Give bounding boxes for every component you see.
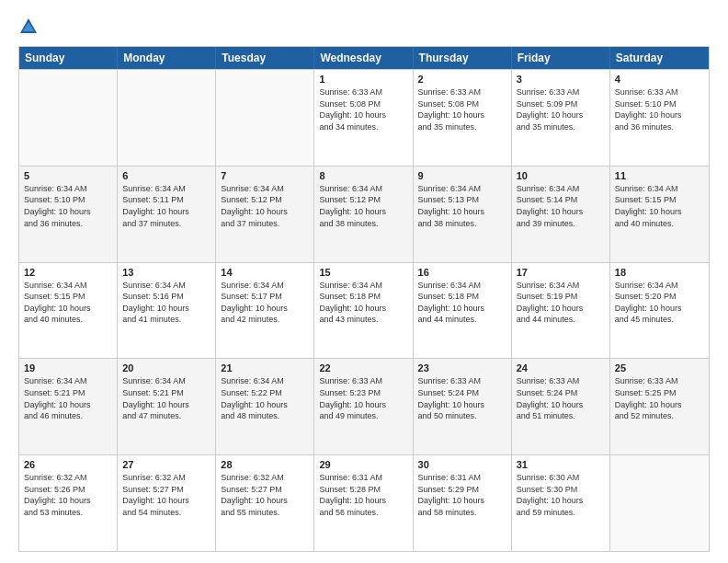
calendar-row: 26Sunrise: 6:32 AM Sunset: 5:26 PM Dayli… — [19, 454, 709, 551]
calendar-cell: 8Sunrise: 6:34 AM Sunset: 5:12 PM Daylig… — [314, 167, 413, 262]
day-number: 22 — [319, 362, 407, 373]
day-number: 4 — [615, 74, 704, 85]
cell-info: Sunrise: 6:33 AM Sunset: 5:23 PM Dayligh… — [319, 375, 407, 421]
cell-info: Sunrise: 6:34 AM Sunset: 5:21 PM Dayligh… — [24, 375, 112, 421]
calendar-row: 19Sunrise: 6:34 AM Sunset: 5:21 PM Dayli… — [19, 358, 709, 454]
weekday-header: Sunday — [19, 47, 118, 69]
day-number: 20 — [122, 362, 210, 373]
cell-info: Sunrise: 6:34 AM Sunset: 5:21 PM Dayligh… — [122, 375, 210, 421]
calendar-cell: 2Sunrise: 6:33 AM Sunset: 5:08 PM Daylig… — [414, 70, 512, 166]
cell-info: Sunrise: 6:33 AM Sunset: 5:08 PM Dayligh… — [418, 86, 506, 132]
calendar-cell: 6Sunrise: 6:34 AM Sunset: 5:11 PM Daylig… — [118, 167, 216, 262]
calendar-body: 1Sunrise: 6:33 AM Sunset: 5:08 PM Daylig… — [19, 69, 709, 551]
cell-info: Sunrise: 6:34 AM Sunset: 5:11 PM Dayligh… — [122, 183, 210, 229]
day-number: 10 — [517, 170, 605, 181]
weekday-header: Wednesday — [314, 47, 413, 69]
day-number: 3 — [517, 74, 605, 85]
calendar-cell: 21Sunrise: 6:34 AM Sunset: 5:22 PM Dayli… — [216, 359, 314, 454]
cell-info: Sunrise: 6:34 AM Sunset: 5:20 PM Dayligh… — [615, 280, 704, 326]
calendar-cell: 20Sunrise: 6:34 AM Sunset: 5:21 PM Dayli… — [118, 359, 216, 454]
cell-info: Sunrise: 6:33 AM Sunset: 5:24 PM Dayligh… — [418, 375, 506, 421]
calendar-cell — [610, 455, 709, 551]
day-number: 2 — [418, 74, 506, 85]
calendar-cell: 31Sunrise: 6:30 AM Sunset: 5:30 PM Dayli… — [512, 455, 610, 551]
day-number: 5 — [24, 170, 112, 181]
calendar-cell: 28Sunrise: 6:32 AM Sunset: 5:27 PM Dayli… — [216, 455, 314, 551]
day-number: 17 — [517, 267, 605, 278]
calendar-cell: 12Sunrise: 6:34 AM Sunset: 5:15 PM Dayli… — [19, 263, 118, 359]
day-number: 21 — [221, 362, 309, 373]
day-number: 23 — [418, 362, 506, 373]
day-number: 9 — [418, 170, 506, 181]
logo-icon — [18, 17, 39, 37]
weekday-header: Monday — [118, 47, 216, 69]
cell-info: Sunrise: 6:33 AM Sunset: 5:25 PM Dayligh… — [615, 375, 704, 421]
calendar-cell: 29Sunrise: 6:31 AM Sunset: 5:28 PM Dayli… — [314, 455, 413, 551]
weekday-header: Friday — [512, 47, 610, 69]
page: SundayMondayTuesdayWednesdayThursdayFrid… — [0, 0, 728, 563]
day-number: 27 — [122, 459, 210, 470]
calendar-cell: 4Sunrise: 6:33 AM Sunset: 5:10 PM Daylig… — [610, 70, 709, 166]
cell-info: Sunrise: 6:32 AM Sunset: 5:27 PM Dayligh… — [221, 472, 309, 518]
cell-info: Sunrise: 6:34 AM Sunset: 5:13 PM Dayligh… — [418, 183, 506, 229]
calendar-cell: 30Sunrise: 6:31 AM Sunset: 5:29 PM Dayli… — [414, 455, 512, 551]
cell-info: Sunrise: 6:34 AM Sunset: 5:15 PM Dayligh… — [615, 183, 704, 229]
day-number: 16 — [418, 267, 506, 278]
calendar-cell: 19Sunrise: 6:34 AM Sunset: 5:21 PM Dayli… — [19, 359, 118, 454]
cell-info: Sunrise: 6:33 AM Sunset: 5:10 PM Dayligh… — [615, 86, 704, 132]
day-number: 12 — [24, 267, 112, 278]
cell-info: Sunrise: 6:34 AM Sunset: 5:22 PM Dayligh… — [221, 375, 309, 421]
day-number: 1 — [319, 74, 407, 85]
calendar-cell: 24Sunrise: 6:33 AM Sunset: 5:24 PM Dayli… — [512, 359, 610, 454]
cell-info: Sunrise: 6:34 AM Sunset: 5:14 PM Dayligh… — [517, 183, 605, 229]
calendar-cell: 22Sunrise: 6:33 AM Sunset: 5:23 PM Dayli… — [314, 359, 413, 454]
calendar-cell: 10Sunrise: 6:34 AM Sunset: 5:14 PM Dayli… — [512, 167, 610, 262]
logo — [18, 17, 42, 37]
cell-info: Sunrise: 6:34 AM Sunset: 5:18 PM Dayligh… — [319, 280, 407, 326]
day-number: 8 — [319, 170, 407, 181]
header — [18, 17, 710, 37]
calendar-cell: 16Sunrise: 6:34 AM Sunset: 5:18 PM Dayli… — [414, 263, 512, 359]
calendar-cell: 1Sunrise: 6:33 AM Sunset: 5:08 PM Daylig… — [314, 70, 413, 166]
cell-info: Sunrise: 6:34 AM Sunset: 5:12 PM Dayligh… — [221, 183, 309, 229]
day-number: 29 — [319, 459, 407, 470]
cell-info: Sunrise: 6:34 AM Sunset: 5:18 PM Dayligh… — [418, 280, 506, 326]
cell-info: Sunrise: 6:34 AM Sunset: 5:19 PM Dayligh… — [517, 280, 605, 326]
cell-info: Sunrise: 6:32 AM Sunset: 5:27 PM Dayligh… — [122, 472, 210, 518]
calendar-cell: 25Sunrise: 6:33 AM Sunset: 5:25 PM Dayli… — [610, 359, 709, 454]
cell-info: Sunrise: 6:34 AM Sunset: 5:17 PM Dayligh… — [221, 280, 309, 326]
day-number: 6 — [122, 170, 210, 181]
calendar: SundayMondayTuesdayWednesdayThursdayFrid… — [18, 46, 710, 552]
calendar-cell: 23Sunrise: 6:33 AM Sunset: 5:24 PM Dayli… — [414, 359, 512, 454]
cell-info: Sunrise: 6:30 AM Sunset: 5:30 PM Dayligh… — [517, 472, 605, 518]
weekday-header: Saturday — [610, 47, 709, 69]
day-number: 14 — [221, 267, 309, 278]
cell-info: Sunrise: 6:34 AM Sunset: 5:12 PM Dayligh… — [319, 183, 407, 229]
calendar-cell: 13Sunrise: 6:34 AM Sunset: 5:16 PM Dayli… — [118, 263, 216, 359]
day-number: 13 — [122, 267, 210, 278]
calendar-cell: 26Sunrise: 6:32 AM Sunset: 5:26 PM Dayli… — [19, 455, 118, 551]
calendar-cell — [216, 70, 314, 166]
day-number: 25 — [615, 362, 704, 373]
day-number: 15 — [319, 267, 407, 278]
calendar-cell: 14Sunrise: 6:34 AM Sunset: 5:17 PM Dayli… — [216, 263, 314, 359]
calendar-cell — [19, 70, 118, 166]
calendar-cell: 9Sunrise: 6:34 AM Sunset: 5:13 PM Daylig… — [414, 167, 512, 262]
calendar-header: SundayMondayTuesdayWednesdayThursdayFrid… — [19, 47, 709, 69]
calendar-row: 12Sunrise: 6:34 AM Sunset: 5:15 PM Dayli… — [19, 262, 709, 359]
cell-info: Sunrise: 6:31 AM Sunset: 5:29 PM Dayligh… — [418, 472, 506, 518]
day-number: 28 — [221, 459, 309, 470]
calendar-row: 1Sunrise: 6:33 AM Sunset: 5:08 PM Daylig… — [19, 69, 709, 166]
day-number: 24 — [517, 362, 605, 373]
calendar-row: 5Sunrise: 6:34 AM Sunset: 5:10 PM Daylig… — [19, 166, 709, 262]
calendar-cell: 3Sunrise: 6:33 AM Sunset: 5:09 PM Daylig… — [512, 70, 610, 166]
calendar-cell: 27Sunrise: 6:32 AM Sunset: 5:27 PM Dayli… — [118, 455, 216, 551]
cell-info: Sunrise: 6:33 AM Sunset: 5:08 PM Dayligh… — [319, 86, 407, 132]
calendar-cell: 17Sunrise: 6:34 AM Sunset: 5:19 PM Dayli… — [512, 263, 610, 359]
calendar-cell — [118, 70, 216, 166]
calendar-cell: 11Sunrise: 6:34 AM Sunset: 5:15 PM Dayli… — [610, 167, 709, 262]
calendar-cell: 7Sunrise: 6:34 AM Sunset: 5:12 PM Daylig… — [216, 167, 314, 262]
day-number: 11 — [615, 170, 704, 181]
weekday-header: Thursday — [414, 47, 512, 69]
cell-info: Sunrise: 6:33 AM Sunset: 5:09 PM Dayligh… — [517, 86, 605, 132]
